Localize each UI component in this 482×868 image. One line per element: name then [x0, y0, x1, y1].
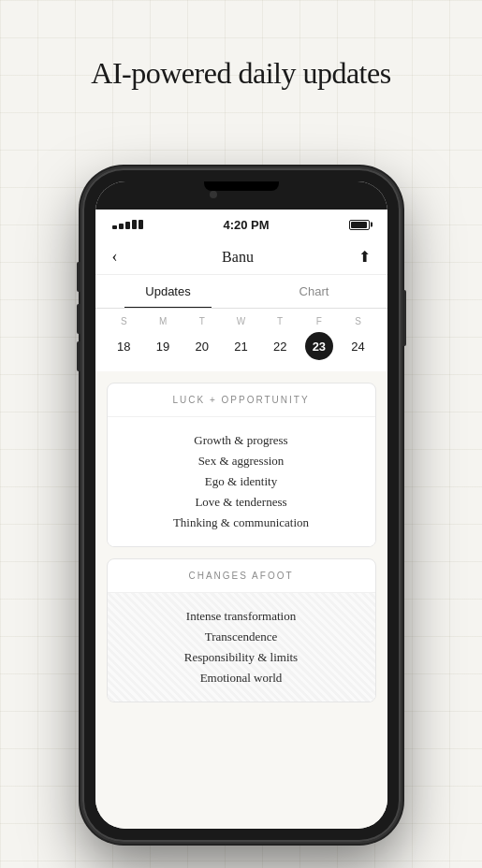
- day-numbers: 18 19 20 21 22 23 24: [105, 332, 378, 360]
- day-labels: S M T W T F S: [105, 316, 378, 326]
- luck-header: LUCK + OPPORTUNITY: [108, 383, 375, 417]
- tab-chart[interactable]: Chart: [241, 275, 387, 308]
- day-label-t2: T: [266, 316, 294, 326]
- signal-bar-2: [119, 224, 124, 229]
- luck-item-2: Sex & aggression: [123, 451, 360, 471]
- changes-card: CHANGES AFOOT Intense transformation Tra…: [107, 558, 376, 702]
- changes-item-1: Intense transformation: [123, 606, 360, 627]
- battery-icon: [349, 220, 370, 230]
- day-label-m: M: [149, 316, 177, 326]
- date-24[interactable]: 24: [344, 332, 372, 360]
- date-18[interactable]: 18: [110, 332, 138, 360]
- notch-area: [95, 181, 387, 210]
- date-23[interactable]: 23: [305, 332, 333, 360]
- notch-pill: [204, 181, 279, 191]
- luck-card: LUCK + OPPORTUNITY Growth & progress Sex…: [107, 383, 376, 547]
- day-label-s2: S: [344, 316, 372, 326]
- changes-item-2: Transcendence: [123, 627, 360, 647]
- day-label-s1: S: [110, 316, 138, 326]
- day-label-f: F: [305, 316, 333, 326]
- day-label-t1: T: [188, 316, 216, 326]
- luck-item-5: Thinking & communication: [123, 513, 360, 533]
- tab-updates[interactable]: Updates: [95, 275, 241, 308]
- page-title: AI-powered daily updates: [0, 0, 482, 128]
- luck-item-3: Ego & identity: [123, 471, 360, 492]
- signal-bar-5: [139, 220, 143, 229]
- camera-dot: [210, 191, 217, 198]
- changes-item-4: Emotional world: [123, 668, 360, 688]
- nav-bar: ‹ Banu ⬆: [95, 239, 387, 275]
- status-bar: 4:20 PM: [95, 210, 387, 239]
- changes-body: Intense transformation Transcendence Res…: [108, 593, 375, 702]
- content-area: LUCK + OPPORTUNITY Growth & progress Sex…: [95, 371, 387, 829]
- phone-device: 4:20 PM ‹ Banu ⬆ Updates Chart S M T: [82, 168, 401, 842]
- date-21[interactable]: 21: [226, 332, 255, 360]
- changes-header: CHANGES AFOOT: [108, 559, 375, 593]
- phone-screen: 4:20 PM ‹ Banu ⬆ Updates Chart S M T: [95, 181, 387, 829]
- signal-bar-1: [112, 225, 117, 229]
- date-22[interactable]: 22: [266, 332, 294, 360]
- day-label-w: W: [226, 316, 255, 326]
- signal-bar-3: [125, 222, 130, 229]
- luck-item-1: Growth & progress: [123, 430, 360, 451]
- status-time: 4:20 PM: [223, 218, 269, 232]
- back-button[interactable]: ‹: [112, 247, 118, 267]
- nav-title: Banu: [222, 249, 254, 266]
- signal-icon: [112, 220, 143, 229]
- tabs-container: Updates Chart: [95, 275, 387, 309]
- changes-item-3: Responsibility & limits: [123, 647, 360, 668]
- luck-body: Growth & progress Sex & aggression Ego &…: [108, 417, 375, 546]
- date-19[interactable]: 19: [149, 332, 177, 360]
- luck-item-4: Love & tenderness: [123, 492, 360, 513]
- date-20[interactable]: 20: [188, 332, 216, 360]
- signal-bar-4: [132, 220, 137, 229]
- share-button[interactable]: ⬆: [358, 248, 371, 266]
- calendar-row: S M T W T F S 18 19 20 21 22 23 24: [95, 309, 387, 371]
